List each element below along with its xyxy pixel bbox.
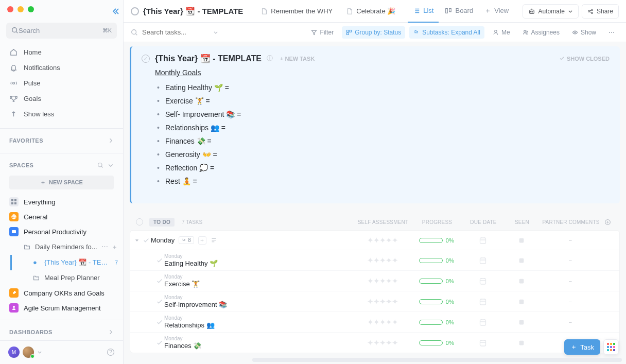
show-button[interactable]: Show xyxy=(568,26,600,39)
sidebar-collapse-icon[interactable] xyxy=(111,7,119,15)
share-button[interactable]: Share xyxy=(582,4,619,19)
seen-cell[interactable] xyxy=(506,339,537,346)
due-date-cell[interactable] xyxy=(460,339,506,347)
max-dot[interactable] xyxy=(28,6,34,12)
description-body[interactable]: Monthly Goals Eating Healthy 🌱 =Exercise… xyxy=(142,68,610,188)
add-column-button[interactable] xyxy=(604,219,620,226)
seen-cell[interactable] xyxy=(506,257,537,264)
filter-button[interactable]: Filter xyxy=(307,26,338,39)
doc-celebrate[interactable]: Celebrate 🎉 xyxy=(341,4,401,19)
partner-comments-cell[interactable]: – xyxy=(537,319,604,325)
more-button[interactable]: ⋯ xyxy=(604,26,619,39)
min-dot[interactable] xyxy=(18,6,24,12)
help-icon[interactable] xyxy=(107,348,115,356)
show-closed-button[interactable]: SHOW CLOSED xyxy=(559,56,610,62)
status-check-icon[interactable] xyxy=(155,257,164,264)
folder-daily-reminders[interactable]: Daily Reminders fo... ⋯＋ xyxy=(10,239,123,255)
info-icon[interactable]: ⓘ xyxy=(267,54,273,63)
chevron-down-icon[interactable] xyxy=(213,30,218,35)
self-assessment-cell[interactable]: ✦✦✦✦✦ xyxy=(352,338,413,348)
caret-down-icon[interactable] xyxy=(134,238,142,243)
subtask-count[interactable]: 8 xyxy=(179,236,194,244)
status-check-icon[interactable] xyxy=(155,278,164,285)
task-row[interactable]: MondaySelf-Improvement 📚 ✦✦✦✦✦ 0% – xyxy=(130,291,619,312)
breadcrumb[interactable]: {This Year} 📆 - TEMPLATE xyxy=(131,7,243,16)
doc-remember-why[interactable]: Remember the WHY xyxy=(255,4,338,19)
list-this-year[interactable]: ● {This Year} 📆 - TEM... 7 xyxy=(10,255,123,270)
task-search-input[interactable] xyxy=(142,28,209,36)
nav-pulse[interactable]: Pulse xyxy=(0,76,123,91)
more-icon[interactable]: ⋯ xyxy=(101,242,108,252)
progress-cell[interactable]: 0% xyxy=(413,237,460,244)
dashboards-header[interactable]: DASHBOARDS xyxy=(0,324,123,340)
partner-comments-cell[interactable]: – xyxy=(537,237,604,243)
progress-cell[interactable]: 0% xyxy=(413,278,460,284)
content-scroll[interactable]: {This Year} 📆 - TEMPLATE ⓘ + NEW TASK SH… xyxy=(124,42,626,364)
status-check-icon[interactable] xyxy=(155,319,164,326)
assignees-button[interactable]: Assignees xyxy=(518,26,564,39)
seen-cell[interactable] xyxy=(506,278,537,285)
nav-showless[interactable]: Show less xyxy=(0,107,123,122)
task-row[interactable]: MondayFinances 💸 ✦✦✦✦✦ 0% – xyxy=(130,333,619,353)
due-date-cell[interactable] xyxy=(460,298,506,306)
due-date-cell[interactable] xyxy=(460,277,506,285)
search-input[interactable]: Search ⌘K xyxy=(6,23,117,39)
subtasks-button[interactable]: Subtasks: Expand All xyxy=(409,26,484,39)
self-assessment-cell[interactable]: ✦✦✦✦✦ xyxy=(352,256,413,265)
chevron-down-icon[interactable] xyxy=(37,350,42,355)
seen-cell[interactable] xyxy=(506,319,537,326)
seen-cell[interactable] xyxy=(506,298,537,305)
avatar[interactable]: M xyxy=(8,346,20,358)
chevron-down-icon[interactable] xyxy=(108,162,114,168)
progress-cell[interactable]: 0% xyxy=(413,299,460,305)
nav-home[interactable]: Home xyxy=(0,45,123,60)
task-search[interactable] xyxy=(131,28,234,36)
space-okrs[interactable]: Company OKRs and Goals xyxy=(0,286,123,301)
status-check-icon[interactable] xyxy=(155,298,164,305)
search-icon[interactable] xyxy=(97,162,103,168)
task-row[interactable]: Monday 8 ＋ ✦✦✦✦✦ 0% – xyxy=(130,231,619,250)
view-add[interactable]: ＋View xyxy=(479,0,514,23)
app-grid-button[interactable] xyxy=(603,339,619,355)
status-check-icon[interactable] xyxy=(142,55,150,63)
task-row[interactable]: MondayRelationships 👥 ✦✦✦✦✦ 0% – xyxy=(130,312,619,333)
add-subtask-button[interactable]: ＋ xyxy=(198,236,206,245)
task-row[interactable]: MondayEating Healthy 🌱 ✦✦✦✦✦ 0% – xyxy=(130,250,619,271)
automate-button[interactable]: Automate xyxy=(523,4,579,19)
self-assessment-cell[interactable]: ✦✦✦✦✦ xyxy=(352,236,413,245)
view-list[interactable]: List xyxy=(408,0,439,23)
self-assessment-cell[interactable]: ✦✦✦✦✦ xyxy=(352,318,413,327)
status-check-icon[interactable] xyxy=(142,237,151,244)
progress-cell[interactable]: 0% xyxy=(413,319,460,325)
partner-comments-cell[interactable]: – xyxy=(537,299,604,304)
new-task-fab[interactable]: ＋Task xyxy=(564,339,600,355)
new-space-button[interactable]: ＋NEW SPACE xyxy=(9,176,114,189)
progress-cell[interactable]: 0% xyxy=(413,257,460,264)
due-date-cell[interactable] xyxy=(460,318,506,326)
status-check-icon[interactable] xyxy=(155,339,164,346)
nav-goals[interactable]: Goals xyxy=(0,91,123,107)
status-pill[interactable]: TO DO xyxy=(149,218,175,227)
space-agile[interactable]: Agile Scrum Management xyxy=(0,301,123,316)
view-board[interactable]: Board xyxy=(440,0,478,23)
favorites-header[interactable]: FAVORITES xyxy=(0,133,123,149)
seen-cell[interactable] xyxy=(506,237,537,244)
space-everything[interactable]: Everything xyxy=(0,195,123,210)
nav-notifications[interactable]: Notifications xyxy=(0,60,123,76)
list-meal-prep[interactable]: Meal Prep Planner xyxy=(10,270,123,286)
due-date-cell[interactable] xyxy=(460,256,506,265)
self-assessment-cell[interactable]: ✦✦✦✦✦ xyxy=(352,276,413,286)
close-dot[interactable] xyxy=(7,6,13,12)
due-date-cell[interactable] xyxy=(460,236,506,245)
me-button[interactable]: Me xyxy=(489,26,514,39)
task-row[interactable]: MondayExercise 🏋️ ✦✦✦✦✦ 0% – xyxy=(130,271,619,291)
status-ring-icon[interactable] xyxy=(136,218,143,226)
partner-comments-cell[interactable]: – xyxy=(537,257,604,263)
new-task-button[interactable]: + NEW TASK xyxy=(280,56,315,62)
plus-icon[interactable]: ＋ xyxy=(111,242,118,252)
description-icon[interactable] xyxy=(211,237,217,244)
space-personal[interactable]: Personal Productivity xyxy=(0,224,123,239)
groupby-button[interactable]: Group by: Status xyxy=(342,26,405,39)
partner-comments-cell[interactable]: – xyxy=(537,278,604,284)
space-general[interactable]: General xyxy=(0,210,123,224)
